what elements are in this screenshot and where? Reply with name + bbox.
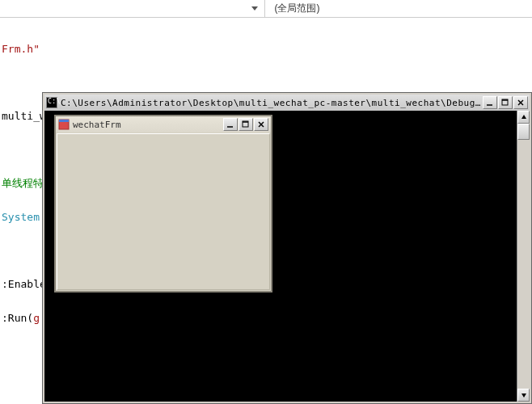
console-titlebar[interactable]: C:\ C:\Users\Administrator\Desktop\multi… [44,95,530,111]
scroll-up-button[interactable] [517,111,530,124]
close-icon [257,120,265,128]
form-titlebar[interactable]: wechatFrm [56,116,271,133]
scroll-down-button[interactable] [517,389,530,402]
chevron-up-icon [521,114,527,120]
console-controls [483,96,528,109]
minimize-icon [486,99,494,107]
code-text: :Enable [2,278,46,290]
maximize-button[interactable] [239,118,253,131]
maximize-icon [501,99,509,107]
console-scrollbar[interactable] [517,111,530,402]
close-icon [517,99,525,107]
minimize-button[interactable] [223,118,238,131]
svg-marker-12 [521,115,526,119]
code-text: :Run( [2,312,33,324]
chevron-down-icon [521,392,527,398]
console-title: C:\Users\Administrator\Desktop\multi_wec… [61,98,483,108]
maximize-button[interactable] [498,96,513,109]
scope-dropdown-right[interactable]: (全局范围) [265,0,533,17]
code-text: Frm.h" [2,43,40,55]
console-window[interactable]: C:\ C:\Users\Administrator\Desktop\multi… [43,93,531,403]
form-controls [223,118,268,131]
scroll-track[interactable] [517,124,530,389]
svg-marker-13 [521,393,526,398]
chevron-down-icon [251,6,258,11]
svg-rect-6 [59,120,69,122]
minimize-button[interactable] [483,96,497,109]
minimize-icon [226,120,234,128]
maximize-icon [242,120,250,128]
form-icon [58,119,70,130]
scroll-thumb[interactable] [517,124,530,140]
close-button[interactable] [254,118,268,131]
scope-dropdown-left[interactable] [0,0,265,17]
code-arg: g [33,312,40,324]
close-button[interactable] [513,96,528,109]
editor-scope-bar: (全局范围) [0,0,532,18]
form-client-area[interactable] [57,133,270,290]
form-title: wechatFrm [73,120,223,130]
scope-label: (全局范围) [275,2,320,15]
console-body: wechatFrm [44,111,530,402]
console-icon: C:\ [46,97,57,108]
form-window[interactable]: wechatFrm [54,115,272,292]
